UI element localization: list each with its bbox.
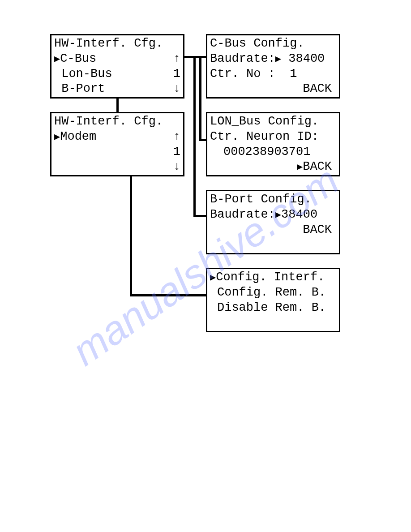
connector-line [130,176,132,296]
cursor-icon [275,208,281,221]
connector-line [193,215,207,217]
screen-modem-config: Config. Interf. Config. Rem. B. Disable … [206,268,340,332]
connector-line [199,56,201,141]
cursor-icon [275,52,281,65]
box1-row-bport[interactable]: B-Port [54,82,180,97]
box2-row-blank1: 1 [54,145,180,160]
up-arrow-icon [173,129,180,145]
connector-line [193,56,196,217]
modem-l1[interactable]: Config. Interf. [210,270,336,285]
lon-l2: 000238903701 [210,145,336,160]
cbus-ctrno-row[interactable]: Ctr. No : 1 [210,67,336,82]
box1-row-lonbus[interactable]: Lon-Bus 1 [54,67,180,82]
cursor-icon [297,160,303,173]
screen-cbus-config: C-Bus Config. Baudrate: 38400 Ctr. No : … [206,34,340,99]
bport-back[interactable]: BACK [210,223,336,238]
cursor-icon [54,52,60,65]
cursor-icon [210,270,216,284]
cbus-baudrate-row[interactable]: Baudrate: 38400 [210,51,336,67]
cursor-icon [54,130,60,143]
box2-row-blank2 [54,159,180,175]
down-arrow-icon [173,159,180,175]
box1-title: HW-Interf. Cfg. [54,36,180,51]
screen-lonbus-config: LON_Bus Config. Ctr. Neuron ID: 00023890… [206,112,340,176]
lon-title: LON_Bus Config. [210,114,336,129]
up-arrow-icon [173,51,180,67]
box2-title: HW-Interf. Cfg. [54,114,180,129]
screen-bport-config: B-Port Config. Baudrate:38400 BACK [206,190,340,254]
cbus-back[interactable]: BACK [210,82,336,97]
bport-title: B-Port Config. [210,192,336,207]
bport-baudrate-row[interactable]: Baudrate:38400 [210,207,336,223]
lon-l1: Ctr. Neuron ID: [210,129,336,145]
box2-row-modem[interactable]: Modem [54,129,180,145]
box1-row-cbus[interactable]: C-Bus [54,51,180,67]
connector-line [116,99,119,112]
down-arrow-icon [173,82,180,97]
modem-l3[interactable]: Config. Rem. B. [210,285,336,300]
connector-line [130,294,207,296]
cbus-title: C-Bus Config. [210,36,336,51]
screen-hwinterf-2: HW-Interf. Cfg. Modem 1 [50,112,184,176]
screen-hwinterf-1: HW-Interf. Cfg. C-Bus Lon-Bus 1 B-Port [50,34,184,99]
lon-back[interactable]: BACK [210,159,336,175]
modem-l4[interactable]: Disable Rem. B. [210,300,336,316]
